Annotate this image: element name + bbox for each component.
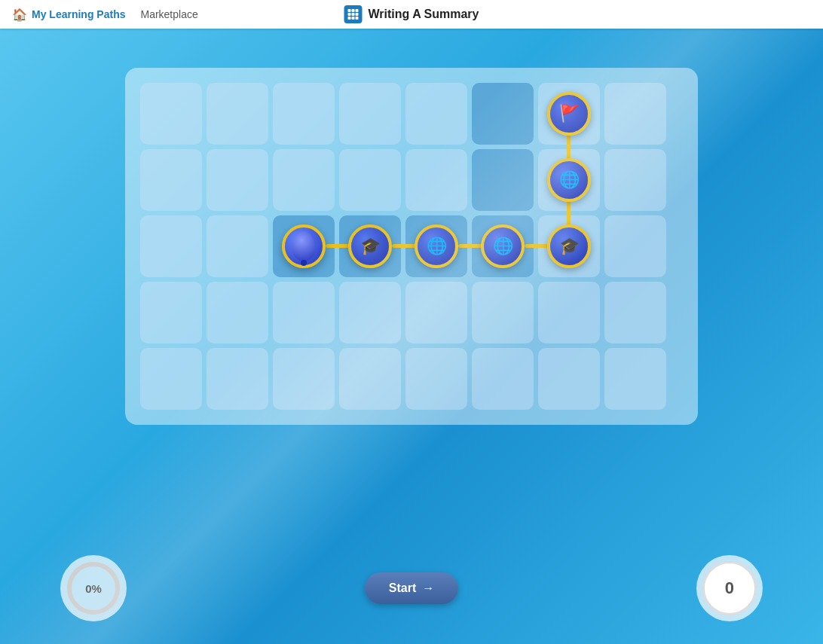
progress-label: 0% bbox=[85, 582, 102, 595]
cell-r1c6 bbox=[472, 83, 534, 145]
cell-r2c7 bbox=[538, 149, 600, 211]
cell-r4c5 bbox=[405, 282, 467, 343]
svg-rect-5 bbox=[356, 13, 359, 16]
score-circle-container: 0 bbox=[696, 555, 763, 621]
cell-r5c5 bbox=[405, 348, 467, 410]
cell-r1c4 bbox=[339, 83, 401, 145]
cell-r4c1 bbox=[140, 282, 202, 343]
cell-r2c2 bbox=[207, 149, 268, 211]
nav-home-label: My Learning Paths bbox=[32, 8, 125, 20]
start-button[interactable]: Start → bbox=[365, 572, 458, 604]
svg-rect-0 bbox=[348, 9, 351, 12]
cell-r5c7 bbox=[538, 348, 600, 410]
cell-r1c7 bbox=[538, 83, 600, 145]
cell-r2c1 bbox=[140, 149, 202, 211]
cell-r2c6 bbox=[472, 149, 534, 211]
cell-r2c3 bbox=[273, 149, 335, 211]
nav-left: 🏠 My Learning Paths Marketplace bbox=[12, 8, 198, 22]
score-value: 0 bbox=[725, 578, 734, 598]
cell-r5c6 bbox=[472, 348, 534, 410]
svg-rect-7 bbox=[352, 17, 355, 20]
nav-title-icon bbox=[344, 5, 363, 23]
nav-marketplace-link[interactable]: Marketplace bbox=[140, 8, 197, 20]
svg-rect-2 bbox=[356, 9, 359, 12]
cell-r3c6 bbox=[472, 215, 534, 277]
cell-r2c5 bbox=[405, 149, 467, 211]
cell-r5c2 bbox=[207, 348, 268, 410]
nav-center: Writing A Summary bbox=[344, 5, 479, 23]
nav-title: Writing A Summary bbox=[369, 8, 479, 21]
cell-r4c6 bbox=[472, 282, 534, 343]
cell-r5c8 bbox=[604, 348, 666, 410]
cell-r2c4 bbox=[339, 149, 401, 211]
learning-grid bbox=[125, 68, 698, 425]
svg-rect-1 bbox=[352, 9, 355, 12]
score-display: 0 bbox=[702, 561, 757, 615]
cell-r4c8 bbox=[604, 282, 666, 343]
start-arrow-icon: → bbox=[422, 581, 434, 595]
cell-r3c5 bbox=[405, 215, 467, 277]
svg-rect-8 bbox=[356, 17, 359, 20]
cell-r3c1 bbox=[140, 215, 202, 277]
svg-rect-4 bbox=[352, 13, 355, 16]
progress-circle-container: 0% bbox=[60, 555, 127, 621]
cell-r5c3 bbox=[273, 348, 335, 410]
cell-r5c4 bbox=[339, 348, 401, 410]
cell-r1c1 bbox=[140, 83, 202, 145]
grid-cells bbox=[140, 83, 683, 410]
svg-rect-6 bbox=[348, 17, 351, 20]
cell-r4c7 bbox=[538, 282, 600, 343]
cell-r3c2 bbox=[207, 215, 268, 277]
start-button-label: Start bbox=[389, 581, 416, 595]
navbar: 🏠 My Learning Paths Marketplace Writing … bbox=[0, 0, 823, 29]
cell-r4c2 bbox=[207, 282, 268, 343]
progress-circle: 0% bbox=[63, 558, 124, 618]
cell-r5c1 bbox=[140, 348, 202, 410]
home-icon: 🏠 bbox=[12, 8, 27, 22]
cell-r1c5 bbox=[405, 83, 467, 145]
cell-r4c3 bbox=[273, 282, 335, 343]
cell-r2c8 bbox=[604, 149, 666, 211]
cell-r1c2 bbox=[207, 83, 268, 145]
bottom-area: 0% Start → 0 bbox=[0, 555, 823, 621]
cell-r3c3 bbox=[273, 215, 335, 277]
cell-r1c8 bbox=[604, 83, 666, 145]
cell-r3c7 bbox=[538, 215, 600, 277]
nav-home-link[interactable]: 🏠 My Learning Paths bbox=[12, 8, 125, 22]
cell-r4c4 bbox=[339, 282, 401, 343]
cell-r3c8 bbox=[604, 215, 666, 277]
svg-rect-3 bbox=[348, 13, 351, 16]
cell-r1c3 bbox=[273, 83, 335, 145]
cell-r3c4 bbox=[339, 215, 401, 277]
